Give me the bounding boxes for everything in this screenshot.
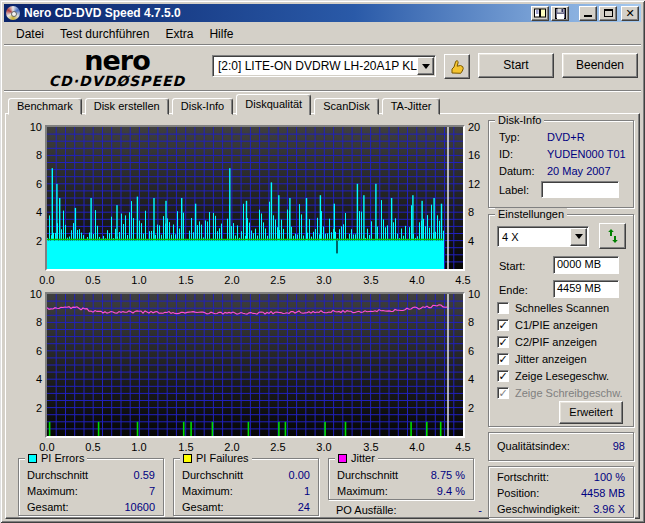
pif-avg-label: Durchschnitt <box>182 469 243 481</box>
x-tick-label: 4.0 <box>405 441 429 453</box>
speed-selector[interactable]: 4 X <box>497 226 589 247</box>
save-button[interactable] <box>551 6 569 21</box>
pi-failures-group: PI Failures Durchschnitt 0.00 Maximum: 1… <box>173 458 319 516</box>
tab-diskqualitaet[interactable]: Diskqualität <box>236 94 311 115</box>
tab-disk-erstellen[interactable]: Disk erstellen <box>85 98 169 115</box>
pi-failures-legend: PI Failures <box>180 452 252 464</box>
pif-avg-value: 0.00 <box>289 469 310 481</box>
disk-info-group: Disk-Info Typ: DVD+R ID: YUDEN000 T01 Da… <box>488 120 634 208</box>
app-disc-icon <box>6 6 20 20</box>
x-tick-label: 3.0 <box>312 441 336 453</box>
eject-hand-button[interactable] <box>444 54 470 79</box>
checkbox-icon[interactable]: ✓ <box>497 370 509 382</box>
jitter-max-label: Maximum: <box>337 485 388 497</box>
minimize-button[interactable] <box>579 6 597 21</box>
nero-logo-text: nero <box>32 49 202 73</box>
scan-start-input[interactable]: 0000 MB <box>553 256 619 274</box>
quit-button[interactable]: Beenden <box>562 53 638 78</box>
menu-datei[interactable]: Datei <box>8 25 52 43</box>
pif-max-value: 1 <box>304 485 310 497</box>
progress-label: Fortschritt: <box>497 471 549 483</box>
stat-row: Gesamt: 24 <box>182 501 310 515</box>
pie-max-label: Maximum: <box>27 485 78 497</box>
scan-end-input[interactable]: 4459 MB <box>553 280 619 298</box>
quality-index-value: 98 <box>613 440 625 452</box>
checkbox-label: C1/PIE anzeigen <box>515 319 598 331</box>
drive-selector[interactable]: [2:0] LITE-ON DVDRW LH-20A1P KL0M <box>212 55 436 77</box>
disk-label-input[interactable] <box>541 181 619 198</box>
speed-selector-arrow[interactable] <box>570 228 587 246</box>
pi-errors-group: PI Errors Durchschnitt 0.59 Maximum: 7 G… <box>18 458 164 516</box>
tab-benchmark[interactable]: Benchmark <box>8 98 82 115</box>
x-tick-label: 4.0 <box>405 274 429 286</box>
menu-hilfe[interactable]: Hilfe <box>201 25 241 43</box>
speed-row: Geschwindigkeit: 3.96 X <box>497 503 625 517</box>
speed-label: Geschwindigkeit: <box>497 503 580 515</box>
checkbox-jitter[interactable]: ✓ Jitter anzeigen <box>497 352 587 366</box>
stat-row: Durchschnitt 0.00 <box>182 469 310 483</box>
checkbox-icon[interactable] <box>497 302 509 314</box>
x-tick-label: 2.0 <box>220 274 244 286</box>
tab-scandisk[interactable]: ScanDisk <box>314 98 378 115</box>
po-failures-value: - <box>478 504 482 516</box>
pie-avg-label: Durchschnitt <box>27 469 88 481</box>
chevron-down-icon <box>422 64 430 69</box>
checkbox-label: Zeige Lesegeschw. <box>515 370 609 382</box>
checkbox-show-read-speed[interactable]: ✓ Zeige Lesegeschw. <box>497 369 609 383</box>
y-tick-label: 10 <box>18 288 42 300</box>
maximize-button[interactable] <box>599 6 617 21</box>
refresh-button[interactable] <box>599 223 626 249</box>
settings-group: Einstellungen 4 X Start: 0000 MB Ende: <box>488 214 634 427</box>
disk-info-title: Disk-Info <box>495 114 544 126</box>
position-value: 4458 MB <box>581 487 625 499</box>
nero-logo: nero CD·DVDØSPEED <box>32 49 202 89</box>
drive-selector-value: [2:0] LITE-ON DVDRW LH-20A1P KL0M <box>213 59 417 73</box>
pie-errors-chart: 108642 20161284 0.00.51.01.52.02.53.03.5… <box>18 119 488 287</box>
menu-extra[interactable]: Extra <box>157 25 201 43</box>
jitter-plot-svg <box>47 294 463 436</box>
x-tick-label: 4.5 <box>451 441 475 453</box>
checkbox-icon[interactable]: ✓ <box>497 353 509 365</box>
progress-panel: Fortschritt: 100 % Position: 4458 MB Ges… <box>488 466 634 518</box>
checkbox-c2-pif[interactable]: ✓ C2/PIF anzeigen <box>497 335 597 349</box>
y-tick-label: 4 <box>18 206 42 218</box>
disk-id-label: ID: <box>499 148 513 160</box>
checkbox-icon[interactable]: ✓ <box>497 319 509 331</box>
titlebar[interactable]: Nero CD-DVD Speed 4.7.5.0 ✕ <box>4 4 641 22</box>
x-tick-label: 3.0 <box>312 274 336 286</box>
quality-index-row: Qualitätsindex: 98 <box>497 440 625 454</box>
drive-selector-arrow[interactable] <box>417 57 434 75</box>
stats-row: PI Errors Durchschnitt 0.59 Maximum: 7 G… <box>18 454 488 518</box>
y-tick-label: 10 <box>18 121 42 133</box>
stat-row: Maximum: 9.4 % <box>337 485 465 499</box>
checkbox-icon[interactable]: ✓ <box>497 336 509 348</box>
quality-index-panel: Qualitätsindex: 98 <box>488 432 634 461</box>
position-label: Position: <box>497 487 539 499</box>
book-icon <box>534 8 546 18</box>
start-button[interactable]: Start <box>478 53 554 78</box>
tab-disk-info[interactable]: Disk-Info <box>172 98 233 115</box>
progress-value: 100 % <box>594 471 625 483</box>
speed-value: 3.96 X <box>593 503 625 515</box>
y-tick-label: 6 <box>18 345 42 357</box>
close-button[interactable]: ✕ <box>621 6 639 21</box>
help-book-button[interactable] <box>531 6 549 21</box>
minimize-icon <box>584 15 592 17</box>
pif-total-label: Gesamt: <box>182 501 224 513</box>
checkbox-label: Zeige Schreibgeschw. <box>515 387 623 399</box>
checkbox-label: Schnelles Scannen <box>515 302 609 314</box>
pie-total-label: Gesamt: <box>27 501 69 513</box>
menubar: Datei Test durchführen Extra Hilfe <box>4 24 641 43</box>
checkbox-c1-pie[interactable]: ✓ C1/PIE anzeigen <box>497 318 598 332</box>
pie-total-value: 10600 <box>124 501 155 513</box>
advanced-button[interactable]: Erweitert <box>559 401 623 424</box>
tab-ta-jitter[interactable]: TA-Jitter <box>382 98 441 115</box>
jitter-pif-chart: 108642 108642 0.00.51.01.52.02.53.03.54.… <box>18 286 488 454</box>
speed-selector-value: 4 X <box>498 231 570 243</box>
checkbox-fast-scan[interactable]: Schnelles Scannen <box>497 301 609 315</box>
jitter-group: Jitter Durchschnitt 8.75 % Maximum: 9.4 … <box>328 458 474 500</box>
pie-errors-plot-svg <box>47 127 463 269</box>
checkbox-show-write-speed: ✓ Zeige Schreibgeschw. <box>497 386 623 400</box>
pie-max-value: 7 <box>149 485 155 497</box>
menu-test-durchfuehren[interactable]: Test durchführen <box>52 25 157 43</box>
